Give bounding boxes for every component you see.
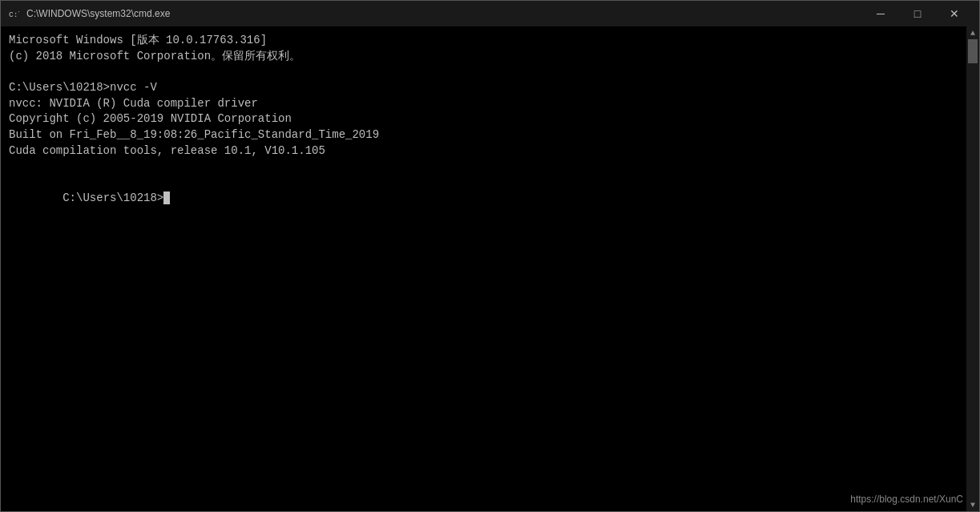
scrollbar[interactable]: ▲ ▼ — [966, 26, 979, 511]
scrollbar-thumb[interactable] — [968, 39, 978, 63]
scroll-down-arrow[interactable]: ▼ — [966, 498, 979, 511]
console-line: Microsoft Windows [版本 10.0.17763.316] — [9, 33, 971, 49]
console-line: Cuda compilation tools, release 10.1, V1… — [9, 143, 971, 159]
console-line-empty — [9, 159, 971, 175]
svg-text:C:\: C:\ — [9, 10, 19, 19]
console-line: (c) 2018 Microsoft Corporation。保留所有权利。 — [9, 49, 971, 65]
console-area[interactable]: Microsoft Windows [版本 10.0.17763.316] (c… — [1, 26, 979, 511]
minimize-button[interactable]: ─ — [862, 1, 899, 26]
scroll-up-arrow[interactable]: ▲ — [966, 26, 979, 39]
console-line-empty — [9, 64, 971, 80]
title-bar: C:\ C:\WINDOWS\system32\cmd.exe ─ □ ✕ — [1, 1, 979, 26]
cursor — [163, 191, 170, 204]
console-line: Built on Fri_Feb__8_19:08:26_Pacific_Sta… — [9, 127, 971, 143]
window-title: C:\WINDOWS\system32\cmd.exe — [26, 8, 862, 19]
cmd-icon: C:\ — [7, 7, 20, 20]
console-line: C:\Users\10218>nvcc -V — [9, 80, 971, 96]
watermark: https://blog.csdn.net/XunC — [850, 494, 963, 505]
window-controls: ─ □ ✕ — [862, 1, 973, 26]
console-line: Copyright (c) 2005-2019 NVIDIA Corporati… — [9, 111, 971, 127]
close-button[interactable]: ✕ — [936, 1, 973, 26]
console-prompt: C:\Users\10218> — [63, 191, 163, 204]
maximize-button[interactable]: □ — [899, 1, 936, 26]
cmd-window: C:\ C:\WINDOWS\system32\cmd.exe ─ □ ✕ Mi… — [0, 0, 980, 512]
console-prompt-line: C:\Users\10218> — [9, 175, 971, 222]
console-line: nvcc: NVIDIA (R) Cuda compiler driver — [9, 96, 971, 112]
scrollbar-track[interactable] — [967, 39, 978, 498]
console-content: Microsoft Windows [版本 10.0.17763.316] (c… — [4, 30, 976, 511]
